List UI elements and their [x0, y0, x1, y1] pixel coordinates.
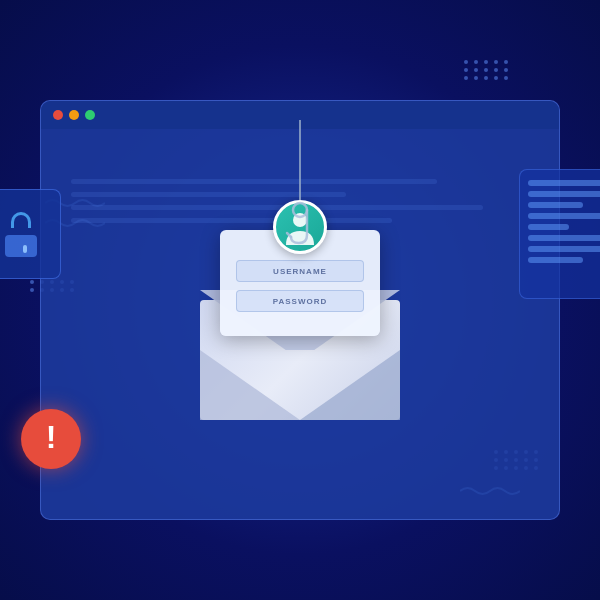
padlock-panel: [0, 189, 61, 279]
envelope-flap-right: [300, 350, 400, 420]
padlock-body: [5, 235, 37, 257]
envelope-container: USERNAME PassWoRD: [200, 260, 400, 420]
code-line: [528, 235, 600, 241]
code-line: [528, 224, 569, 230]
username-field[interactable]: USERNAME: [236, 260, 364, 282]
maximize-button-dot: [85, 110, 95, 120]
password-field[interactable]: PassWoRD: [236, 290, 364, 312]
code-line: [528, 246, 600, 252]
scene: !: [0, 0, 600, 600]
hook-icon: [285, 200, 315, 245]
padlock-shackle: [11, 212, 31, 228]
username-label: USERNAME: [273, 267, 327, 276]
decorative-dots-top-right: [464, 60, 510, 80]
browser-body: !: [41, 129, 559, 519]
hook-line: [299, 120, 301, 200]
warning-circle: !: [21, 409, 81, 469]
padlock-icon: [1, 212, 41, 257]
code-line: [528, 191, 600, 197]
hook-container: [285, 120, 315, 245]
exclamation-icon: !: [46, 421, 57, 453]
padlock-bolt: [23, 245, 27, 253]
close-button-dot: [53, 110, 63, 120]
password-label: PassWoRD: [273, 297, 328, 306]
svg-point-0: [293, 203, 307, 217]
envelope-flap-left: [200, 350, 300, 420]
code-panel: [519, 169, 600, 299]
browser-window: !: [40, 100, 560, 520]
login-card: USERNAME PassWoRD: [220, 230, 380, 336]
code-line: [528, 257, 583, 263]
code-line: [528, 202, 583, 208]
code-line: [528, 213, 600, 219]
minimize-button-dot: [69, 110, 79, 120]
code-line: [528, 180, 600, 186]
